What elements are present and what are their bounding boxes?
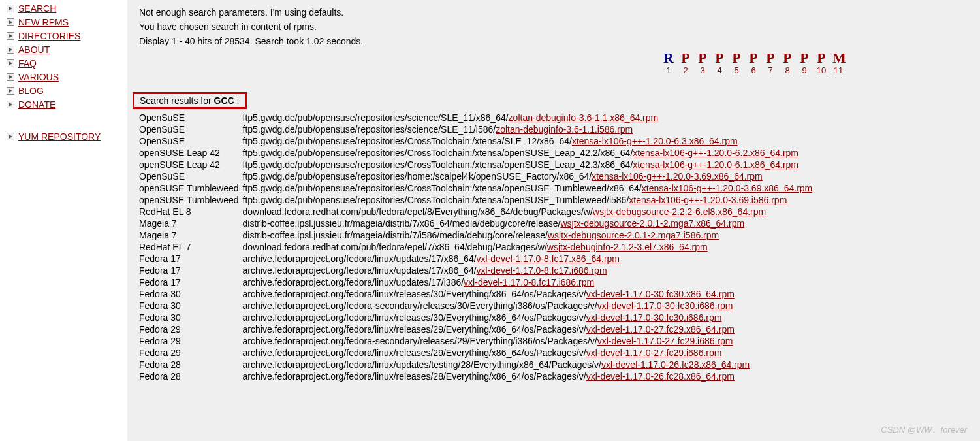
sidebar-item[interactable]: DONATE	[7, 99, 121, 110]
path-cell: archive.fedoraproject.org/fedora-seconda…	[243, 335, 817, 347]
heading-prefix: Search results for	[140, 95, 214, 106]
heading-suffix: :	[234, 95, 240, 106]
page-letter: P	[748, 51, 759, 65]
distro-cell: Fedora 30	[139, 312, 243, 323]
rpm-link[interactable]: vxl-devel-1.17.0-26.fc28.x86_64.rpm	[601, 359, 750, 370]
bullet-icon	[7, 32, 14, 40]
page-link[interactable]: P3	[697, 51, 708, 75]
sidebar-item[interactable]: BLOG	[7, 86, 121, 96]
sidebar-item[interactable]: FAQ	[7, 58, 121, 69]
page-link[interactable]: M11	[832, 51, 844, 75]
page-link[interactable]: P5	[731, 51, 742, 75]
sidebar-link[interactable]: BLOG	[18, 86, 44, 96]
page-number[interactable]: 7	[765, 65, 776, 75]
distro-cell: RedHat EL 7	[139, 241, 243, 253]
page-number[interactable]: 6	[748, 65, 759, 75]
table-row: Fedora 30archive.fedoraproject.org/fedor…	[139, 288, 816, 300]
path-cell: ftp5.gwdg.de/pub/opensuse/repositories/C…	[243, 159, 817, 171]
rpm-link[interactable]: xtensa-lx106-g++-1.20.0-3.69.x86_64.rpm	[592, 171, 763, 182]
sidebar-item[interactable]: ABOUT	[7, 44, 121, 55]
distro-cell: openSUSE Leap 42	[139, 147, 243, 159]
distro-cell: Fedora 29	[139, 347, 243, 359]
sidebar-item[interactable]: NEW RPMS	[7, 17, 121, 27]
sidebar-link[interactable]: DIRECTORIES	[18, 31, 80, 41]
rpm-link[interactable]: xtensa-lx106-g++-1.20.0-3.69.i586.rpm	[629, 195, 787, 205]
pagination: R1P2P3P4P5P6P7P8P9P10M11	[663, 51, 844, 75]
rpm-link[interactable]: xtensa-lx106-g++-1.20.0-3.69.x86_64.rpm	[642, 183, 813, 193]
sidebar-item[interactable]: SEARCH	[7, 3, 121, 14]
page-number[interactable]: 8	[782, 65, 793, 75]
bullet-icon	[7, 133, 14, 140]
rpm-link[interactable]: vxl-devel-1.17.0-30.fc30.i686.rpm	[586, 312, 722, 323]
rpm-link[interactable]: xtensa-lx106-g++-1.20.0-6.2.x86_64.rpm	[633, 148, 798, 158]
rpm-link[interactable]: vxl-devel-1.17.0-30.fc30.i686.rpm	[597, 301, 733, 311]
rpm-link[interactable]: vxl-devel-1.17.0-8.fc17.i686.rpm	[464, 277, 594, 287]
page-letter: R	[663, 51, 674, 65]
page-link[interactable]: P8	[782, 51, 793, 75]
rpm-link[interactable]: xtensa-lx106-g++-1.20.0-6.1.x86_64.rpm	[633, 159, 798, 170]
table-row: Fedora 28archive.fedoraproject.org/fedor…	[139, 370, 816, 382]
table-row: Mageia 7distrib-coffee.ipsl.jussieu.fr/m…	[139, 229, 816, 241]
path-cell: ftp5.gwdg.de/pub/opensuse/repositories/C…	[243, 147, 817, 159]
page-number[interactable]: 11	[832, 65, 844, 75]
page-number[interactable]: 4	[714, 65, 725, 75]
sidebar-item[interactable]: VARIOUS	[7, 72, 121, 82]
sidebar-link[interactable]: YUM REPOSITORY	[18, 131, 101, 142]
rpm-link[interactable]: vxl-devel-1.17.0-27.fc29.i686.rpm	[597, 336, 733, 346]
table-row: openSUSE Leap 42ftp5.gwdg.de/pub/opensus…	[139, 147, 816, 159]
page-number[interactable]: 2	[680, 65, 691, 75]
rpm-link[interactable]: vxl-devel-1.17.0-8.fc17.i686.rpm	[477, 265, 607, 276]
page-link[interactable]: P7	[765, 51, 776, 75]
rpm-link[interactable]: vxl-devel-1.17.0-27.fc29.x86_64.rpm	[586, 324, 735, 335]
status-line-3: Display 1 - 40 hits of 28534. Search too…	[139, 35, 970, 47]
table-row: OpenSuSEftp5.gwdg.de/pub/opensuse/reposi…	[139, 135, 816, 147]
path-cell: ftp5.gwdg.de/pub/opensuse/repositories/h…	[243, 171, 817, 182]
path-cell: archive.fedoraproject.org/fedora/linux/u…	[243, 359, 817, 370]
sidebar-link[interactable]: ABOUT	[18, 44, 50, 55]
page-number[interactable]: 5	[731, 65, 742, 75]
rpm-link[interactable]: zoltan-debuginfo-3.6-1.1.i586.rpm	[496, 124, 633, 135]
sidebar: SEARCHNEW RPMSDIRECTORIESABOUTFAQVARIOUS…	[0, 0, 127, 441]
page-link[interactable]: P10	[815, 51, 827, 75]
page-number[interactable]: 3	[697, 65, 708, 75]
distro-cell: Mageia 7	[139, 229, 243, 241]
sidebar-link[interactable]: DONATE	[18, 99, 55, 110]
page-link[interactable]: P6	[748, 51, 759, 75]
page-link[interactable]: P9	[798, 51, 810, 75]
rpm-link[interactable]: vxl-devel-1.17.0-8.fc17.x86_64.rpm	[477, 253, 620, 264]
rpm-link[interactable]: wsjtx-debugsource-2.0.1-2.mga7.x86_64.rp…	[560, 218, 744, 229]
rpm-link[interactable]: wsjtx-debugsource-2.2.2-6.el8.x86_64.rpm	[593, 206, 766, 217]
sidebar-link[interactable]: SEARCH	[18, 3, 56, 14]
sidebar-item[interactable]: YUM REPOSITORY	[7, 131, 121, 142]
distro-cell: RedHat EL 8	[139, 206, 243, 218]
rpm-link[interactable]: vxl-devel-1.17.0-26.fc28.x86_64.rpm	[586, 371, 735, 382]
sidebar-link[interactable]: VARIOUS	[18, 72, 59, 82]
sidebar-link[interactable]: NEW RPMS	[18, 17, 69, 27]
rpm-link[interactable]: zoltan-debuginfo-3.6-1.1.x86_64.rpm	[509, 112, 659, 123]
distro-cell: openSUSE Tumbleweed	[139, 182, 243, 194]
rpm-link[interactable]: wsjtx-debuginfo-2.1.2-3.el7.x86_64.rpm	[547, 242, 708, 252]
sidebar-link[interactable]: FAQ	[18, 58, 37, 69]
page-link[interactable]: P4	[714, 51, 725, 75]
page-number[interactable]: 10	[815, 65, 827, 75]
table-row: Fedora 29archive.fedoraproject.org/fedor…	[139, 323, 816, 335]
bullet-icon	[7, 18, 14, 26]
distro-cell: OpenSuSE	[139, 112, 243, 123]
path-cell: ftp5.gwdg.de/pub/opensuse/repositories/s…	[243, 123, 817, 135]
page-link[interactable]: P2	[680, 51, 691, 75]
bullet-icon	[7, 5, 14, 12]
rpm-link[interactable]: wsjtx-debugsource-2.0.1-2.mga7.i586.rpm	[548, 230, 719, 240]
table-row: Fedora 29archive.fedoraproject.org/fedor…	[139, 347, 816, 359]
page-number[interactable]: 9	[798, 65, 810, 75]
table-row: Fedora 30archive.fedoraproject.org/fedor…	[139, 312, 816, 323]
sidebar-item[interactable]: DIRECTORIES	[7, 31, 121, 41]
rpm-link[interactable]: xtensa-lx106-g++-1.20.0-6.3.x86_64.rpm	[572, 136, 738, 146]
rpm-link[interactable]: vxl-devel-1.17.0-30.fc30.x86_64.rpm	[586, 289, 735, 299]
table-row: Mageia 7distrib-coffee.ipsl.jussieu.fr/m…	[139, 218, 816, 229]
table-row: OpenSuSEftp5.gwdg.de/pub/opensuse/reposi…	[139, 112, 816, 123]
distro-cell: Fedora 29	[139, 335, 243, 347]
search-term: GCC	[214, 95, 234, 106]
rpm-link[interactable]: vxl-devel-1.17.0-27.fc29.i686.rpm	[586, 348, 722, 358]
path-cell: archive.fedoraproject.org/fedora/linux/r…	[243, 323, 817, 335]
path-cell: archive.fedoraproject.org/fedora/linux/r…	[243, 288, 817, 300]
